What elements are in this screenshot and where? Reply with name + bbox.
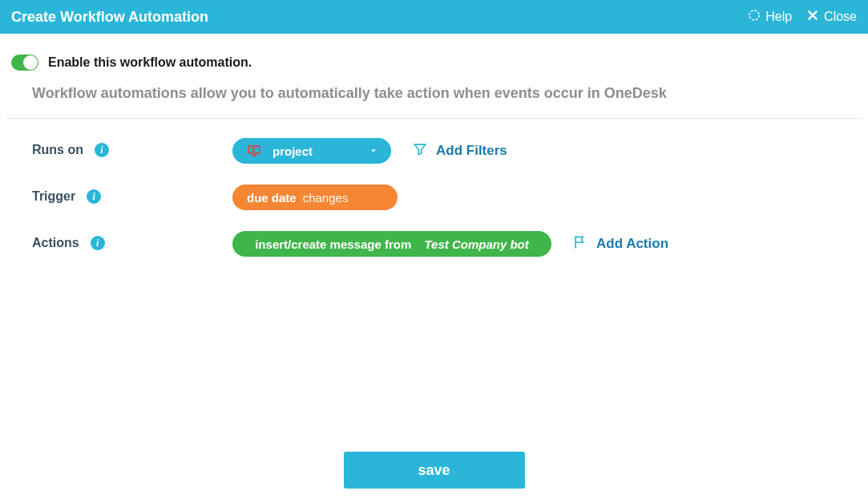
close-button[interactable]: Close [806,9,857,25]
toggle-knob [23,55,38,70]
add-action-link[interactable]: Add Action [572,234,668,254]
enable-label: Enable this workflow automation. [48,55,252,70]
info-icon[interactable]: i [95,143,109,157]
close-icon [806,9,819,25]
help-icon [748,9,761,25]
trigger-row: Trigger i due date changes [11,185,857,210]
info-icon[interactable]: i [87,189,101,204]
modal-body: Enable this workflow automation. Workflo… [0,34,868,257]
runs-on-label: Runs on [32,143,83,157]
svg-rect-3 [248,146,260,153]
help-button[interactable]: Help [748,9,792,25]
description-text: Workflow automations allow you to automa… [32,85,857,102]
add-action-label: Add Action [596,236,668,252]
footer: save [0,452,868,489]
action-value: Test Company bot [424,237,528,251]
modal-header: Create Workflow Automation Help Close [0,0,868,34]
runs-on-value: project [273,144,313,158]
action-prefix: insert/create message from [255,237,411,251]
filter-icon [412,141,428,161]
add-filters-link[interactable]: Add Filters [412,141,507,161]
runs-on-row: Runs on i project [11,138,857,164]
actions-body: insert/create message from Test Company … [232,231,668,257]
actions-row: Actions i insert/create message from Tes… [11,231,857,257]
trigger-label: Trigger [32,189,75,204]
modal-title: Create Workflow Automation [11,9,208,26]
info-icon[interactable]: i [91,236,105,250]
add-filters-label: Add Filters [436,143,507,159]
runs-on-select[interactable]: project [232,138,391,164]
header-actions: Help Close [748,9,857,25]
trigger-label-wrap: Trigger i [32,185,232,204]
actions-label-wrap: Actions i [32,231,232,250]
save-button[interactable]: save [344,452,525,489]
project-icon [247,144,261,158]
flag-icon [572,234,588,254]
trigger-pill[interactable]: due date changes [232,185,398,210]
trigger-body: due date changes [232,185,398,210]
divider [6,118,862,119]
enable-toggle[interactable] [11,55,38,71]
runs-on-body: project Add Filters [232,138,507,164]
enable-row: Enable this workflow automation. [11,55,857,71]
svg-point-0 [749,10,759,20]
trigger-operator: changes [303,191,349,205]
chevron-down-icon [369,146,378,156]
help-label: Help [765,10,792,24]
close-label: Close [824,10,857,24]
action-pill[interactable]: insert/create message from Test Company … [232,231,551,257]
trigger-field: due date [247,191,297,205]
actions-label: Actions [32,236,79,250]
runs-on-label-wrap: Runs on i [32,138,232,157]
